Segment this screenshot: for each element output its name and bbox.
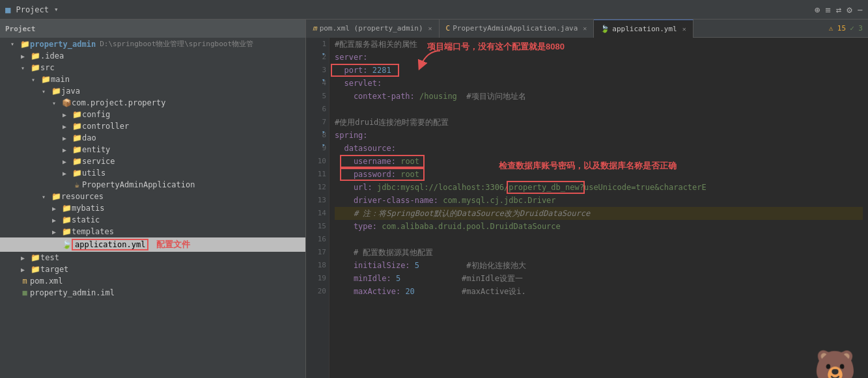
ln-8: 8 bbox=[309, 129, 326, 142]
ln-2: 2 bbox=[309, 51, 326, 64]
code-line-3: port: 2281 bbox=[335, 64, 863, 77]
port-annotation: 项目端口号，没有这个配置就是8080 bbox=[427, 41, 565, 53]
tree-arrow-resources: ▾ bbox=[42, 193, 51, 200]
tabs-bar: m pom.xml (property_admin) ✕ C PropertyA… bbox=[306, 20, 868, 38]
tree-arrow-entity: ▶ bbox=[63, 146, 72, 154]
main-layout: Project ▾ 📁 property_admin D:\springboot… bbox=[0, 20, 868, 378]
tree-path: D:\springboot物业管理\springboot物业管 bbox=[100, 39, 253, 49]
tree-item-app-java[interactable]: ▶ ☕ PropertyAdminApplication bbox=[0, 179, 305, 191]
ln-7: 7 bbox=[309, 116, 326, 129]
tree-item-utils[interactable]: ▶ 📁 utils bbox=[0, 167, 305, 179]
tree-item-application-yml[interactable]: ▶ 🍃 application.yml 配置文件 bbox=[0, 237, 305, 252]
folder-utils-icon: 📁 bbox=[72, 169, 82, 178]
folder-resources-icon: 📁 bbox=[51, 192, 61, 201]
project-icon: ■ bbox=[5, 5, 10, 15]
tree-item-dao[interactable]: ▶ 📁 dao bbox=[0, 132, 305, 144]
tab-java[interactable]: C PropertyAdminApplication.java ✕ bbox=[440, 20, 595, 38]
tree-label-controller: controller bbox=[82, 122, 129, 131]
tree-arrow-config: ▶ bbox=[63, 111, 72, 118]
tab-pom[interactable]: m pom.xml (property_admin) ✕ bbox=[306, 20, 440, 38]
top-icon-swap[interactable]: ⇄ bbox=[836, 5, 841, 15]
tree-item-test[interactable]: ▶ 📁 test bbox=[0, 252, 305, 263]
tab-pom-label: pom.xml (property_admin) bbox=[320, 24, 423, 33]
folder-java-icon: 📁 bbox=[51, 87, 61, 96]
tree-label-yml: application.yml bbox=[72, 239, 148, 250]
code-line-5: context-path: /housing #项目访问地址名 bbox=[335, 90, 863, 103]
ln-18: 18 bbox=[309, 259, 326, 272]
tree-item-entity[interactable]: ▶ 📁 entity bbox=[0, 144, 305, 155]
tree-item-controller[interactable]: ▶ 📁 controller bbox=[0, 120, 305, 132]
tree-arrow-test: ▶ bbox=[21, 254, 30, 262]
top-icon-add[interactable]: ⊕ bbox=[815, 5, 820, 15]
tree-arrow-dao: ▶ bbox=[63, 135, 72, 142]
code-editor[interactable]: 1 2 3 4 5 6 7 8 9 10 11 12 13 14 15 16 1… bbox=[306, 38, 868, 378]
xml-icon: m bbox=[20, 277, 30, 286]
ln-5: 5 bbox=[309, 90, 326, 103]
tree-arrow-mybatis: ▶ bbox=[52, 205, 61, 212]
tree-arrow-package: ▾ bbox=[52, 100, 61, 107]
top-icon-minimize[interactable]: − bbox=[858, 5, 863, 15]
top-icon-list[interactable]: ≡ bbox=[825, 5, 830, 15]
ln-16: 16 bbox=[309, 233, 326, 246]
tree-item-property-admin[interactable]: ▾ 📁 property_admin D:\springboot物业管理\spr… bbox=[0, 38, 305, 50]
code-line-15: type: com.alibaba.druid.pool.DruidDataSo… bbox=[335, 220, 863, 233]
project-dropdown[interactable]: ▾ bbox=[54, 5, 59, 14]
tree-label-root: property_admin bbox=[30, 40, 96, 49]
tree-item-pom[interactable]: ▶ m pom.xml bbox=[0, 275, 305, 287]
tree-item-resources[interactable]: ▾ 📁 resources bbox=[0, 191, 305, 202]
tree-item-target[interactable]: ▶ 📁 target bbox=[0, 263, 305, 275]
tree-label-src: src bbox=[40, 63, 55, 72]
sidebar-title: Project bbox=[5, 25, 35, 33]
ln-4: 4 bbox=[309, 77, 326, 90]
code-line-1: #配置服务器相关的属性 bbox=[335, 38, 863, 51]
tree-label-config: config bbox=[82, 110, 110, 119]
tree-arrow-controller: ▶ bbox=[63, 123, 72, 130]
tree-item-templates[interactable]: ▶ 📁 templates bbox=[0, 226, 305, 237]
ln-12: 12 bbox=[309, 181, 326, 194]
check-count: ✓ 3 bbox=[850, 24, 863, 33]
tab-java-close[interactable]: ✕ bbox=[583, 25, 587, 32]
top-bar: ■ Project ▾ ⊕ ≡ ⇄ ⚙ − bbox=[0, 0, 868, 20]
tree-item-java[interactable]: ▾ 📁 java bbox=[0, 85, 305, 97]
tab-yml-close[interactable]: ✕ bbox=[682, 25, 686, 33]
tree-arrow-static: ▶ bbox=[52, 217, 61, 224]
ln-11: 11 bbox=[309, 168, 326, 181]
tree-label-target: target bbox=[40, 265, 68, 274]
tree-item-config[interactable]: ▶ 📁 config bbox=[0, 109, 305, 120]
tree-arrow-service: ▶ bbox=[63, 158, 72, 165]
project-title: Project bbox=[16, 5, 49, 14]
code-line-4: servlet: bbox=[335, 77, 863, 90]
code-line-18: initialSize: 5 #初始化连接池大 bbox=[335, 259, 863, 272]
ln-19: 19 bbox=[309, 272, 326, 285]
tree-item-mybatis[interactable]: ▶ 📁 mybatis bbox=[0, 202, 305, 214]
tree-label-iml: property_admin.iml bbox=[30, 288, 115, 297]
tree-item-src[interactable]: ▾ 📁 src bbox=[0, 62, 305, 74]
tab-pom-icon: m bbox=[313, 24, 317, 33]
tree-item-main[interactable]: ▾ 📁 main bbox=[0, 74, 305, 85]
tree-item-package[interactable]: ▾ 📦 com.project.property bbox=[0, 97, 305, 109]
bear-emoji: 🐻 bbox=[802, 348, 868, 378]
tree-label-utils: utils bbox=[82, 169, 105, 178]
code-content: ▾ ▾ ▾ ▾ #配置服务器相关的属性 server: port: 2281 s… bbox=[329, 38, 868, 378]
tree-arrow: ▾ bbox=[10, 40, 20, 47]
ln-14: 14 bbox=[309, 207, 326, 220]
tree-arrow-main: ▾ bbox=[31, 76, 40, 83]
tree-item-iml[interactable]: ▶ ■ property_admin.iml bbox=[0, 287, 305, 299]
tab-yml[interactable]: 🍃 application.yml ✕ bbox=[594, 20, 693, 38]
tree-item-static[interactable]: ▶ 📁 static bbox=[0, 214, 305, 226]
tree-item-service[interactable]: ▶ 📁 service bbox=[0, 155, 305, 167]
tree-label-service: service bbox=[82, 157, 115, 166]
folder-src-icon: 📁 bbox=[30, 63, 40, 72]
tab-pom-close[interactable]: ✕ bbox=[428, 25, 432, 32]
tree-arrow-idea: ▶ bbox=[21, 53, 30, 60]
folder-main-icon: 📁 bbox=[40, 75, 51, 84]
db-annotation: 检查数据库账号密码，以及数据库名称是否正确 bbox=[499, 160, 677, 172]
top-icon-gear[interactable]: ⚙ bbox=[847, 5, 852, 15]
tree-arrow-utils: ▶ bbox=[63, 170, 72, 177]
tab-java-label: PropertyAdminApplication.java bbox=[453, 24, 578, 33]
folder-idea-icon: 📁 bbox=[30, 51, 40, 61]
tree-item-idea[interactable]: ▶ 📁 .idea bbox=[0, 50, 305, 62]
config-file-annotation: 配置文件 bbox=[156, 239, 190, 250]
folder-controller-icon: 📁 bbox=[72, 122, 82, 131]
tab-java-icon: C bbox=[446, 24, 451, 33]
